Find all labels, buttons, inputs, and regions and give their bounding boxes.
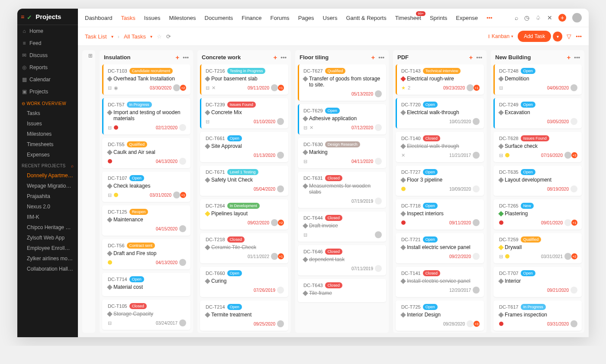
nav-issues[interactable]: Issues: [144, 15, 161, 21]
sidebar-item-projects[interactable]: ▣Projects: [17, 86, 78, 98]
sidebar-item-feed[interactable]: ≡Feed: [17, 37, 78, 49]
nav-users[interactable]: Users: [323, 15, 338, 21]
task-card[interactable]: DC-T125 Reopen Maintenance 04/15/2020: [102, 205, 190, 236]
task-card[interactable]: DC-T259 Qualified Drywall ⊟ 03/31/2021+2: [493, 233, 582, 263]
recent-project[interactable]: Donnelly Apartments C: [17, 170, 78, 181]
task-card[interactable]: DC-T55 Qualified Caulk and Air seal 04/1…: [102, 138, 190, 168]
breadcrumb-alltasks[interactable]: All Tasks: [124, 33, 146, 40]
nav-tasks[interactable]: Tasks: [121, 15, 135, 21]
nav-milestones[interactable]: Milestones: [169, 15, 196, 21]
task-card[interactable]: DC-T646 Closed dependent task 07/11/2019: [298, 245, 386, 275]
recent-project[interactable]: Prajaahita: [17, 191, 78, 201]
recent-project[interactable]: Employee Enrollment: [17, 243, 78, 253]
view-selector[interactable]: ⫴Kanban▾: [488, 33, 513, 39]
sidebar-item-calendar[interactable]: ▦Calendar: [17, 73, 78, 86]
menu-icon[interactable]: ≡: [21, 13, 24, 20]
task-card[interactable]: DC-T218 Closed Ceramic Tile Check 01/11/…: [200, 233, 288, 263]
task-card[interactable]: DC-T265 New Plastering 09/01/2020+1: [493, 199, 582, 230]
filter-icon[interactable]: ▽: [567, 33, 571, 40]
recent-project[interactable]: Nexus 2.0: [17, 201, 78, 212]
nav-forums[interactable]: Forums: [271, 15, 290, 21]
task-card[interactable]: DC-T239 Issues Found Concrete Mix ⊟ 01/1…: [200, 98, 288, 128]
task-card[interactable]: DC-T718 Open Inspect interiors 09/11/202…: [396, 199, 484, 230]
nav-pages[interactable]: Pages: [298, 15, 314, 21]
overview-timesheets[interactable]: Timesheets: [17, 139, 78, 150]
task-card[interactable]: DC-T248 Open Demolition ⊟ 04/06/2020: [493, 64, 582, 95]
column-add-icon[interactable]: +: [176, 54, 180, 61]
column-add-icon[interactable]: +: [469, 54, 473, 61]
task-card[interactable]: DC-T57 In Progress Import and testing of…: [102, 98, 190, 134]
nav-documents[interactable]: Documents: [205, 15, 233, 21]
task-card[interactable]: DC-T631 Closed Measurements for wooden s…: [298, 172, 386, 208]
task-card[interactable]: DC-T643 Closed Tile frame: [298, 279, 386, 302]
work-overview-label[interactable]: ⊖ WORK OVERVIEW: [17, 98, 78, 108]
task-card[interactable]: DC-T140 Closed Electrical walk-through ✕…: [396, 132, 484, 162]
star-icon[interactable]: ☆: [157, 33, 162, 40]
more-icon[interactable]: •••: [487, 15, 493, 21]
task-card[interactable]: DC-T216 Testing in Progress Pour basemen…: [200, 64, 288, 95]
nav-finance[interactable]: Finance: [242, 15, 261, 21]
overview-milestones[interactable]: Milestones: [17, 129, 78, 139]
task-card[interactable]: DC-T660 Open Curing 07/26/2019: [200, 267, 288, 297]
search-icon[interactable]: ⌕: [515, 14, 518, 21]
column-more-icon[interactable]: •••: [378, 54, 384, 61]
column-more-icon[interactable]: •••: [574, 54, 580, 61]
task-card[interactable]: DC-T264 In Development Pipelines layout …: [200, 199, 288, 230]
task-card[interactable]: DC-T671 Level 1 Testing Safety Unit Chec…: [200, 166, 288, 196]
task-card[interactable]: DC-T721 Open Install electric service pa…: [396, 233, 484, 263]
add-task-dropdown[interactable]: ▾: [553, 32, 562, 42]
overview-issues[interactable]: Issues: [17, 118, 78, 129]
task-card[interactable]: DC-T214 Open Termite treatment 09/25/202…: [200, 300, 288, 331]
nav-timesheet[interactable]: Timesheet99+: [395, 15, 421, 21]
column-add-icon[interactable]: +: [274, 54, 277, 61]
nav-gantt-reports[interactable]: Gantt & Reports: [346, 15, 386, 21]
breadcrumb-tasklist[interactable]: Task List: [85, 33, 107, 40]
task-card[interactable]: DC-T107 Open Check leakages ⊟ 03/31/2020…: [102, 172, 190, 202]
task-card[interactable]: DC-T635 Open Layout development 08/19/20…: [493, 166, 582, 196]
task-card[interactable]: DC-T720 Open Electrical walk-through 10/…: [396, 98, 484, 128]
task-card[interactable]: DC-T727 Open Floor 3 pipeline 10/09/2020: [396, 166, 484, 196]
task-card[interactable]: DC-T661 Open Site Approval 01/13/2020: [200, 132, 288, 162]
sidebar-item-reports[interactable]: ◎Reports: [17, 61, 78, 73]
task-card[interactable]: DC-T143 Technical interview Electrical r…: [396, 64, 484, 95]
task-card[interactable]: DC-T725 Open Interior Design 09/28/2020+…: [396, 300, 484, 331]
more-actions-icon[interactable]: •••: [576, 33, 582, 40]
recent-project[interactable]: Zylsoft Web App: [17, 233, 78, 243]
overview-expenses[interactable]: Expenses: [17, 150, 78, 160]
task-card[interactable]: DC-T617 In Progress Frames inspection 03…: [493, 300, 582, 331]
task-card[interactable]: DC-T628 Issues Found Surface check ⊟ 07/…: [493, 132, 582, 162]
column-add-icon[interactable]: +: [567, 54, 571, 61]
search-icon[interactable]: ⌕: [71, 163, 74, 168]
refresh-icon[interactable]: ⟳: [166, 33, 171, 40]
nav-sprints[interactable]: Sprints: [430, 15, 447, 21]
nav-dashboard[interactable]: Dashboard: [85, 15, 113, 21]
task-card[interactable]: DC-T103 Candidate recruitment Overhead T…: [102, 64, 190, 95]
recent-project[interactable]: IIM-K: [17, 212, 78, 222]
column-add-icon[interactable]: +: [371, 54, 375, 61]
add-task-button[interactable]: Add Task: [518, 31, 551, 42]
recent-project[interactable]: Chipco Heritage Bay: [17, 222, 78, 233]
column-more-icon[interactable]: •••: [280, 54, 287, 61]
task-card[interactable]: DC-T627 Qualified Transfer of goods from…: [298, 64, 386, 101]
tools-icon[interactable]: ✕: [547, 14, 552, 21]
recent-project[interactable]: Zylker airlines mobile a: [17, 253, 78, 264]
task-card[interactable]: DC-T56 Contract sent Draft and Fire stop…: [102, 239, 190, 269]
task-card[interactable]: DC-T630 Design Research Marking ⊟ 04/11/…: [298, 138, 386, 168]
add-icon[interactable]: +: [558, 14, 566, 22]
collapsed-column[interactable]: ⊞: [82, 50, 95, 333]
task-card[interactable]: DC-T141 Closed Install electric service …: [396, 267, 484, 297]
task-card[interactable]: DC-T105 Closed Storage Capacity ⊟ 03/24/…: [102, 300, 190, 330]
recent-project[interactable]: Collaboration Hall Con: [17, 264, 78, 274]
sidebar-item-discuss[interactable]: ✉Discuss: [17, 49, 78, 61]
timer-icon[interactable]: ◷: [524, 14, 529, 21]
task-card[interactable]: DC-T714 Open Material cost: [102, 273, 190, 296]
nav-expense[interactable]: Expense: [456, 15, 478, 21]
column-more-icon[interactable]: •••: [183, 54, 189, 61]
overview-tasks[interactable]: Tasks: [17, 108, 78, 118]
sidebar-item-home[interactable]: ⌂Home: [17, 25, 78, 37]
column-more-icon[interactable]: •••: [476, 54, 482, 61]
bell-icon[interactable]: ♤: [535, 14, 541, 21]
task-card[interactable]: DC-T644 Closed Draft invoice ⊟: [298, 211, 386, 242]
task-card[interactable]: DC-T629 Open Adhesive application ⊟✕ 07/…: [298, 104, 386, 134]
user-avatar[interactable]: [572, 13, 582, 22]
